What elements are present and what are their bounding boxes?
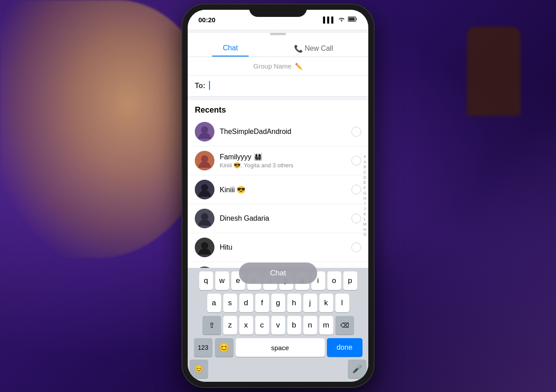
key-m[interactable]: m	[319, 316, 333, 335]
key-q[interactable]: q	[199, 271, 213, 290]
contact-info-5: Hitu	[220, 243, 351, 251]
key-c[interactable]: c	[255, 316, 269, 335]
key-n[interactable]: n	[303, 316, 317, 335]
contact-name-4: Dinesh Gadaria	[220, 214, 351, 222]
done-key[interactable]: done	[327, 338, 363, 357]
wifi-icon	[338, 16, 345, 23]
contact-item-4[interactable]: Dinesh Gadaria	[188, 204, 368, 233]
to-label: To:	[195, 82, 205, 90]
contact-name-5: Hitu	[220, 243, 351, 251]
key-l[interactable]: l	[335, 294, 349, 312]
contact-name-2: Familyyyy 👨‍👩‍👧‍👦	[220, 153, 351, 161]
contact-name-3: Kiniii 😎	[220, 186, 351, 194]
avatar-4	[195, 209, 214, 228]
key-a[interactable]: a	[207, 294, 221, 312]
svg-rect-2	[349, 17, 355, 20]
key-z[interactable]: z	[223, 316, 237, 335]
pencil-icon: ✏️	[295, 63, 302, 70]
group-name-text: Group Name	[254, 62, 292, 70]
delete-key[interactable]: ⌫	[335, 316, 354, 335]
contact-item-2[interactable]: Familyyyy 👨‍👩‍👧‍👦 Kiniii 😎, Yogita and 3…	[188, 146, 368, 175]
chat-button[interactable]: Chat	[239, 263, 317, 284]
contact-info-1: TheSimpleDadAndroid	[220, 128, 351, 136]
key-icon-row: 😊 🎤	[189, 360, 367, 378]
decorative-object	[467, 27, 520, 116]
key-x[interactable]: x	[239, 316, 253, 335]
contact-info-4: Dinesh Gadaria	[220, 214, 351, 222]
key-f[interactable]: f	[255, 294, 269, 312]
key-h[interactable]: h	[287, 294, 301, 312]
radio-2[interactable]	[351, 156, 361, 166]
key-w[interactable]: w	[215, 271, 229, 290]
avatar-3	[195, 180, 214, 199]
svg-point-6	[201, 155, 208, 162]
contact-name-1: TheSimpleDadAndroid	[220, 128, 351, 136]
phone-frame: 00:20 ▌▌▌	[182, 4, 374, 387]
svg-point-12	[201, 242, 208, 249]
status-icons: ▌▌▌	[323, 16, 358, 23]
mic-key[interactable]: 🎤	[348, 360, 367, 378]
tab-chat-label: Chat	[223, 44, 238, 52]
key-p[interactable]: p	[343, 271, 357, 290]
emoji-key[interactable]: 😊	[215, 338, 234, 357]
radio-3[interactable]	[351, 185, 361, 194]
contact-item-3[interactable]: Kiniii 😎	[188, 175, 368, 204]
chat-button-label: Chat	[270, 269, 286, 277]
signal-icon: ▌▌▌	[323, 16, 335, 23]
space-key[interactable]: space	[236, 338, 325, 357]
key-d[interactable]: d	[239, 294, 253, 312]
tab-new-call-label: New Call	[305, 44, 333, 53]
status-time: 00:20	[198, 16, 215, 24]
key-v[interactable]: v	[271, 316, 285, 335]
contact-sub-2: Kiniii 😎, Yogita and 3 others	[220, 162, 351, 169]
numbers-key[interactable]: 123	[194, 338, 213, 357]
phone-screen: 00:20 ▌▌▌	[188, 10, 368, 382]
key-row-3: ⇧ z x c v b n m ⌫	[189, 316, 367, 335]
keyboard: q w e r t y u i o p a s d f g	[188, 268, 368, 382]
drag-handle	[270, 33, 286, 35]
svg-point-4	[201, 126, 208, 133]
avatar-5	[195, 238, 214, 257]
svg-point-10	[201, 213, 208, 220]
group-name-row[interactable]: Group Name ✏️	[188, 57, 368, 76]
key-k[interactable]: k	[319, 294, 333, 312]
scene: 00:20 ▌▌▌	[0, 0, 556, 392]
phone-icon: 📞	[294, 44, 303, 53]
radio-1[interactable]	[351, 127, 361, 137]
alpha-index: # A B C D E F G H I J K L M N O	[363, 154, 367, 238]
key-row-2: a s d f g h j k l	[189, 294, 367, 312]
avatar-2	[195, 151, 214, 170]
tab-bar: Chat 📞 New Call	[188, 39, 368, 57]
to-field[interactable]: To:	[188, 76, 368, 97]
recents-header: Recents	[188, 100, 368, 117]
key-j[interactable]: j	[303, 294, 317, 312]
tab-chat[interactable]: Chat	[212, 40, 249, 57]
contact-item-1[interactable]: TheSimpleDadAndroid	[188, 117, 368, 146]
contact-item-5[interactable]: Hitu	[188, 233, 368, 262]
key-s[interactable]: s	[223, 294, 237, 312]
key-g[interactable]: g	[271, 294, 285, 312]
contact-info-2: Familyyyy 👨‍👩‍👧‍👦 Kiniii 😎, Yogita and 3…	[220, 153, 351, 169]
avatar-1	[195, 122, 214, 141]
key-bottom-row: 123 😊 space done	[189, 338, 367, 357]
radio-5[interactable]	[351, 242, 361, 252]
svg-point-0	[341, 21, 342, 22]
svg-point-8	[201, 184, 208, 191]
shift-key[interactable]: ⇧	[202, 316, 221, 335]
emoji-icon-key[interactable]: 😊	[189, 360, 208, 378]
phone-notch	[249, 4, 307, 17]
contact-info-3: Kiniii 😎	[220, 186, 351, 194]
battery-icon	[348, 16, 358, 23]
key-b[interactable]: b	[287, 316, 301, 335]
tab-new-call[interactable]: 📞 New Call	[283, 41, 344, 57]
radio-4[interactable]	[351, 214, 361, 223]
key-o[interactable]: o	[327, 271, 341, 290]
